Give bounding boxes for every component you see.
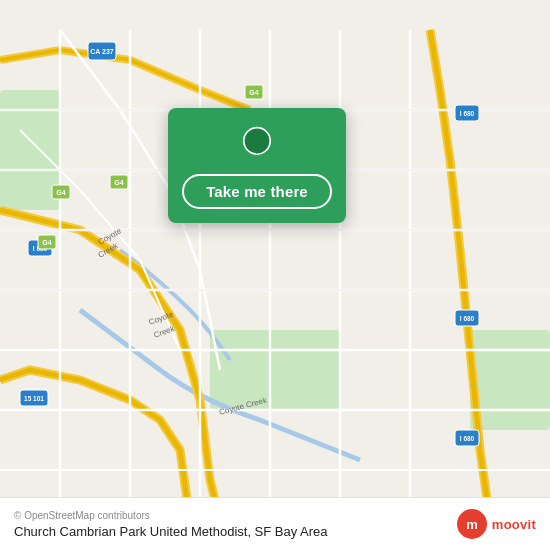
svg-text:15 101: 15 101 [24, 395, 44, 402]
svg-text:G4: G4 [114, 179, 123, 186]
map-svg: CA 237 I 880 I 680 I 680 I 680 15 101 G4… [0, 0, 550, 550]
take-me-there-button[interactable]: Take me there [182, 174, 332, 209]
svg-text:I 680: I 680 [460, 435, 475, 442]
svg-text:I 680: I 680 [460, 315, 475, 322]
svg-text:G4: G4 [249, 89, 258, 96]
bottom-bar: © OpenStreetMap contributors Church Camb… [0, 497, 550, 550]
svg-text:G4: G4 [56, 189, 65, 196]
moovit-logo: m moovit [456, 508, 536, 540]
bottom-bar-info: © OpenStreetMap contributors Church Camb… [14, 510, 328, 539]
svg-rect-1 [470, 330, 550, 430]
svg-text:I 680: I 680 [460, 110, 475, 117]
svg-text:m: m [466, 517, 478, 532]
moovit-logo-icon: m [456, 508, 488, 540]
map-container: CA 237 I 880 I 680 I 680 I 680 15 101 G4… [0, 0, 550, 550]
moovit-text: moovit [492, 517, 536, 532]
location-name: Church Cambrian Park United Methodist, S… [14, 524, 328, 539]
popup-card: Take me there [168, 108, 346, 223]
svg-rect-2 [0, 90, 60, 210]
svg-text:Creek: Creek [153, 324, 177, 340]
svg-text:CA 237: CA 237 [90, 48, 114, 55]
location-pin-icon [238, 126, 276, 164]
copyright-text: © OpenStreetMap contributors [14, 510, 328, 521]
svg-text:G4: G4 [42, 239, 51, 246]
svg-rect-0 [210, 330, 340, 410]
